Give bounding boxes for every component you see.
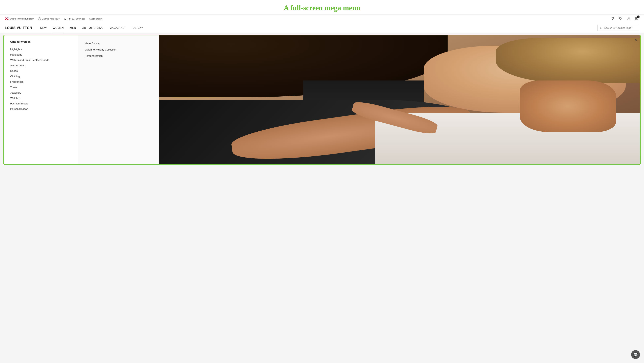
wishlist-button[interactable]: [618, 16, 623, 22]
svg-point-1: [628, 17, 629, 18]
svg-point-0: [612, 18, 613, 18]
nav-link-art-of-living[interactable]: ART OF LIVING: [82, 23, 104, 33]
chat-button[interactable]: 💬: [631, 350, 640, 359]
nav-link-women[interactable]: WOMEN: [53, 23, 64, 33]
menu-item-shoes[interactable]: Shoes: [10, 68, 72, 74]
search-icon: [600, 26, 603, 30]
right-hair: [496, 38, 640, 83]
menu-item-handbags[interactable]: Handbags: [10, 52, 72, 57]
figure-overlay: [159, 36, 640, 164]
menu-item-watches[interactable]: Watches: [10, 96, 72, 101]
sustainability-item[interactable]: Sustainability: [89, 18, 102, 20]
menu-item-personalisation[interactable]: Personalisation: [10, 106, 72, 112]
utility-bar: Ship to : United Kingdom ? Can we help y…: [0, 14, 644, 23]
logo[interactable]: LOUIS VUITTON: [5, 26, 32, 30]
menu-right-image-area: [159, 36, 640, 164]
phone-item[interactable]: 📞 +44 207 998 6286: [64, 18, 85, 20]
phone-label: +44 207 998 6286: [68, 18, 85, 20]
menu-item-highlights[interactable]: Highlights: [10, 46, 72, 52]
svg-line-4: [602, 28, 602, 29]
ship-to-label: Ship to : United Kingdom: [10, 18, 34, 20]
mega-menu-content: Gifts for Women Highlights Handbags Wall…: [4, 36, 640, 164]
menu-middle-item-personalisation[interactable]: Personalisation: [85, 53, 152, 59]
help-circle-icon: ?: [38, 17, 41, 20]
close-button[interactable]: ×: [634, 38, 637, 42]
nav-link-new[interactable]: NEW: [40, 23, 47, 33]
page-title: A full-screen mega menu: [0, 4, 644, 12]
menu-item-clothing[interactable]: Clothing: [10, 74, 72, 79]
help-label: Can we help you?: [42, 18, 60, 20]
cart-button[interactable]: 0: [634, 16, 639, 22]
menu-middle-item-ideas[interactable]: Ideas for Her: [85, 40, 152, 46]
nav-link-magazine[interactable]: MAGAZINE: [110, 23, 125, 33]
menu-left-column: Gifts for Women Highlights Handbags Wall…: [4, 36, 78, 164]
location-button[interactable]: [610, 16, 615, 22]
menu-item-travel[interactable]: Travel: [10, 84, 72, 90]
menu-section-title[interactable]: Gifts for Women: [10, 40, 72, 43]
nav-link-men[interactable]: MEN: [70, 23, 76, 33]
help-item[interactable]: ? Can we help you?: [38, 17, 60, 20]
menu-item-wallets[interactable]: Wallets and Small Leather Goods: [10, 57, 72, 63]
campaign-image: [159, 36, 640, 164]
page-title-bar: A full-screen mega menu: [0, 0, 644, 14]
svg-point-3: [600, 27, 602, 29]
search-bar[interactable]: [597, 25, 639, 31]
phone-icon: 📞: [64, 18, 66, 20]
menu-item-fragrances[interactable]: Fragrances: [10, 79, 72, 84]
menu-item-jewellery[interactable]: Jewellery: [10, 90, 72, 96]
menu-middle-column: Ideas for Her Vivienne Holiday Collectio…: [78, 36, 159, 164]
arm-right: [520, 80, 616, 132]
sustainability-label: Sustainability: [89, 18, 102, 20]
ship-to[interactable]: Ship to : United Kingdom: [5, 18, 34, 20]
menu-item-accessories[interactable]: Accessories: [10, 63, 72, 68]
menu-middle-item-vivienne[interactable]: Vivienne Holiday Collection: [85, 46, 152, 53]
mega-menu: × Gifts for Women Highlights Handbags Wa…: [3, 35, 641, 165]
utility-right-icons: 0: [610, 16, 639, 22]
uk-flag-icon: [5, 18, 8, 20]
nav-link-holiday[interactable]: HOLIDAY: [130, 23, 143, 33]
nav-bar: LOUIS VUITTON NEW WOMEN MEN ART OF LIVIN…: [0, 23, 644, 33]
menu-item-fashion-shows[interactable]: Fashion Shows: [10, 101, 72, 106]
search-input[interactable]: [604, 26, 636, 30]
nav-links: NEW WOMEN MEN ART OF LIVING MAGAZINE HOL…: [40, 23, 597, 33]
cart-badge: 0: [637, 16, 640, 18]
account-button[interactable]: [626, 16, 631, 22]
chat-icon: 💬: [633, 352, 638, 357]
utility-left: Ship to : United Kingdom ? Can we help y…: [5, 17, 605, 20]
